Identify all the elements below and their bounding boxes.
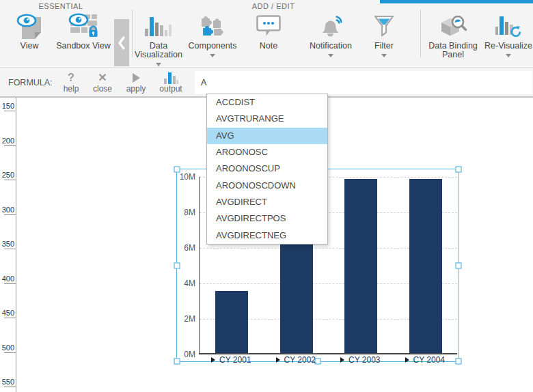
view-icon [8,12,51,40]
x-axis-tick-label: CY 2002 [284,355,316,365]
autocomplete-option[interactable]: ACCDIST [207,94,327,111]
formula-close-button[interactable]: ✕ close [87,71,118,94]
help-icon: ? [55,71,87,84]
sandbox-view-button[interactable]: Sandbox View [53,12,113,51]
autocomplete-option[interactable]: AROONOSC [207,144,327,160]
ruler-mark-label: 200 [0,137,14,145]
chart-bar[interactable] [215,291,248,353]
autocomplete-option[interactable]: AVG [207,128,327,144]
formula-bar-label: FORMULA: [8,78,53,87]
apply-icon [120,71,152,84]
category-expand-icon[interactable] [340,357,344,363]
x-axis-tick-label: CY 2003 [348,355,380,365]
autocomplete-option[interactable]: AROONOSCDOWN [207,178,327,194]
note-icon [246,12,291,40]
filter-label: Filter [365,42,403,51]
notification-icon [305,12,357,40]
ribbon-group-essential-label: ESSENTIAL [0,2,122,10]
ruler-tick [4,214,16,215]
autocomplete-option[interactable]: AVGDIRECTNEG [207,227,327,244]
ribbon-toolbar: ESSENTIAL ADD / EDIT View [0,0,533,68]
formula-apply-button[interactable]: apply [120,71,152,94]
y-axis-tick-label: 2M [177,314,195,324]
data-visualization-button[interactable]: Data Visualization [133,12,184,66]
view-button[interactable]: View [8,12,51,51]
category-expand-icon[interactable] [211,357,215,363]
apply-label: apply [120,84,152,94]
ruler-tick [4,352,16,353]
ribbon-group-addedit-label: ADD / EDIT [205,2,342,10]
chart-bar[interactable] [409,179,442,353]
components-icon [186,12,239,40]
ruler: 150200250300350400450500550 [0,98,16,392]
help-label: help [55,84,87,94]
filter-button[interactable]: Filter [365,12,403,57]
x-axis-tick-label: CY 2001 [219,355,251,365]
note-button[interactable]: Note [246,12,291,51]
autocomplete-option[interactable]: AVGDIRECTPOS [207,210,327,227]
chart-bar[interactable] [280,244,313,353]
autocomplete-option[interactable]: AVGDIRECT [207,194,327,210]
ruler-tick [4,387,16,387]
re-visualize-dropdown-icon[interactable] [506,54,511,57]
sandbox-view-icon [53,12,113,40]
output-label: output [155,84,187,94]
filter-dropdown-icon[interactable] [381,54,387,57]
re-visualize-button[interactable]: Re-Visualize [482,12,533,57]
ruler-mark-label: 500 [0,344,14,352]
x-axis-category[interactable]: CY 2004 [393,356,458,364]
re-visualize-icon [482,12,533,40]
ruler-tick [4,283,16,284]
data-visualization-dropdown-icon[interactable] [156,63,161,66]
ribbon-separator [420,10,421,57]
formula-input[interactable] [195,71,532,94]
ruler-tick [4,318,16,318]
ruler-mark-label: 450 [0,309,14,318]
resize-handle-ne[interactable] [456,167,462,173]
data-binding-panel-icon [424,12,482,40]
ribbon-accent-bar [380,0,533,3]
ruler-tick [4,111,16,111]
close-label: close [87,84,118,94]
formula-output-button[interactable]: output [155,71,187,94]
ribbon-collapse-button[interactable] [114,19,129,66]
sandbox-view-label: Sandbox View [53,42,113,51]
notification-label: Notification [305,42,357,51]
notification-dropdown-icon[interactable] [328,54,333,57]
close-icon: ✕ [87,71,118,84]
ruler-tick [4,145,16,146]
ruler-mark-label: 150 [0,102,14,111]
filter-icon [365,12,403,40]
ruler-mark-label: 250 [0,171,14,180]
components-button[interactable]: Components [186,12,239,57]
components-dropdown-icon[interactable] [210,54,215,57]
formula-help-button[interactable]: ? help [55,71,87,94]
notification-button[interactable]: Notification [305,12,357,57]
data-visualization-label: Data Visualization [133,42,184,59]
components-label: Components [186,42,239,51]
x-axis-category[interactable]: CY 2002 [264,356,329,364]
y-axis-tick-label: 10M [177,172,195,182]
chart-bar[interactable] [344,179,377,353]
data-visualization-icon [133,12,184,40]
ruler-tick [4,249,16,249]
formula-autocomplete[interactable]: ACCDISTAVGTRURANGEAVGAROONOSCAROONOSCUPA… [206,94,328,244]
category-expand-icon[interactable] [276,357,280,363]
ruler-mark-label: 350 [0,240,14,249]
x-axis-category[interactable]: CY 2001 [199,356,264,364]
ruler-axis-line [16,98,16,392]
data-binding-panel-label: Data Binding Panel [424,42,482,59]
ruler-mark-label: 400 [0,275,14,283]
autocomplete-option[interactable]: AROONOSCUP [207,160,327,177]
y-axis-tick-label: 0M [177,350,195,359]
chevron-left-icon [117,36,126,51]
y-axis-tick-label: 4M [177,279,195,288]
x-axis-tick-label: CY 2004 [413,355,445,365]
re-visualize-label: Re-Visualize [482,42,533,51]
autocomplete-option[interactable]: AVGTRURANGE [207,111,327,127]
data-binding-panel-button[interactable]: Data Binding Panel [424,12,482,59]
resize-handle-w[interactable] [174,262,180,268]
category-expand-icon[interactable] [405,357,409,363]
y-axis-tick-label: 6M [177,243,195,253]
x-axis-category[interactable]: CY 2003 [328,356,393,364]
